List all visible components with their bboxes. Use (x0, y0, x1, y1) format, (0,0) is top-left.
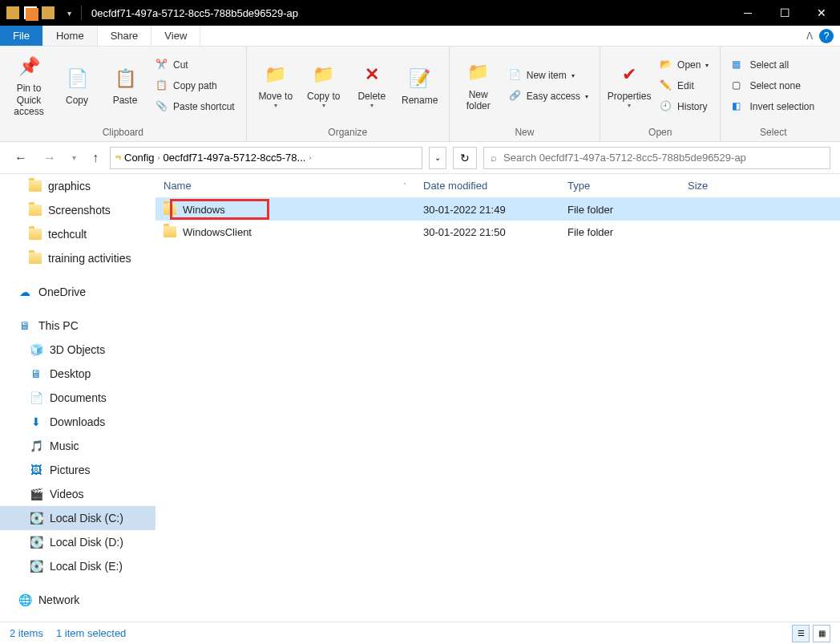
downloads-icon: ⬇ (29, 415, 43, 429)
select-all-button[interactable]: ▦Select all (727, 55, 819, 75)
videos-icon: 🎬 (29, 487, 43, 501)
history-icon: 🕘 (660, 100, 672, 113)
tree-item-desktop[interactable]: 🖥Desktop (0, 362, 155, 386)
help-icon[interactable]: ? (819, 29, 834, 43)
properties-button[interactable]: ✔ Properties▾ (607, 54, 652, 118)
paste-icon: 📋 (112, 66, 138, 91)
copyto-icon: 📁 (311, 62, 337, 87)
up-button[interactable]: ↑ (87, 148, 103, 168)
tab-home[interactable]: Home (43, 26, 98, 46)
tree-item-music[interactable]: 🎵Music (0, 434, 155, 458)
new-folder-button[interactable]: 📁 New folder (456, 54, 501, 118)
address-history-dropdown[interactable]: ⌄ (429, 147, 446, 169)
pin-quick-access-button[interactable]: 📌 Pin to Quick access (6, 54, 51, 118)
tree-item-documents[interactable]: 📄Documents (0, 386, 155, 410)
delete-icon: ✕ (359, 62, 385, 87)
tree-item-downloads[interactable]: ⬇Downloads (0, 410, 155, 434)
folder-icon (164, 226, 176, 237)
selectnone-icon: ▢ (732, 79, 745, 92)
collapse-ribbon-icon[interactable]: ᐱ (806, 30, 813, 42)
delete-button[interactable]: ✕ Delete▾ (349, 54, 394, 118)
tree-item-diske[interactable]: 💽Local Disk (E:) (0, 554, 155, 578)
tree-item-network[interactable]: 🌐Network (0, 588, 155, 612)
icons-view-button[interactable]: ▦ (813, 625, 830, 642)
main-area: graphics Screenshots techcult training a… (0, 174, 840, 622)
edit-icon: ✏️ (660, 79, 672, 92)
tree-item-training[interactable]: training activities (0, 246, 155, 270)
file-list: Name˄ Date modified Type Size Windows 30… (155, 174, 840, 622)
tree-item-thispc[interactable]: 🖥This PC (0, 314, 155, 338)
copy-icon: 📄 (64, 66, 90, 91)
titlebar: ▾ 0ecfdf71-497a-5712-8cc5-788b5de96529-a… (0, 0, 840, 26)
ribbon-group-open: ✔ Properties▾ 📂Open▾ ✏️Edit 🕘History Ope… (600, 47, 721, 141)
nav-tree[interactable]: graphics Screenshots techcult training a… (0, 174, 155, 622)
network-icon: 🌐 (18, 593, 32, 607)
paste-shortcut-button[interactable]: 📎Paste shortcut (151, 97, 240, 116)
titlebar-icon-2[interactable] (24, 6, 37, 19)
invert-selection-button[interactable]: ◧Invert selection (727, 97, 819, 116)
close-button[interactable]: ✕ (803, 0, 840, 26)
thispc-icon: 🖥 (18, 318, 32, 333)
breadcrumb-seg-current[interactable]: 0ecfdf71-497a-5712-8cc5-78...› (164, 152, 312, 164)
column-type[interactable]: Type (559, 174, 680, 197)
tree-item-techcult[interactable]: techcult (0, 222, 155, 246)
cut-button[interactable]: ✂️Cut (151, 55, 240, 75)
column-size[interactable]: Size (680, 174, 760, 197)
folder-icon (29, 253, 42, 264)
tab-share[interactable]: Share (98, 26, 152, 46)
status-items: 2 items (10, 627, 43, 639)
onedrive-icon: ☁ (18, 285, 32, 299)
qat-dropdown[interactable]: ▾ (61, 9, 78, 18)
column-date[interactable]: Date modified (415, 174, 559, 197)
breadcrumb-seg-config[interactable]: Config› (124, 152, 160, 164)
rename-button[interactable]: 📝 Rename (398, 54, 442, 118)
breadcrumb[interactable]: › Config› 0ecfdf71-497a-5712-8cc5-78...› (110, 147, 422, 169)
back-button[interactable]: ← (10, 148, 32, 168)
select-none-button[interactable]: ▢Select none (727, 76, 819, 95)
edit-button[interactable]: ✏️Edit (655, 76, 713, 95)
music-icon: 🎵 (29, 439, 43, 453)
file-row-windows[interactable]: Windows 30-01-2022 21:49 File folder (155, 198, 840, 221)
file-row-windowsclient[interactable]: WindowsClient 30-01-2022 21:50 File fold… (155, 221, 840, 243)
open-button[interactable]: 📂Open▾ (655, 55, 713, 75)
titlebar-icons (0, 6, 61, 19)
history-button[interactable]: 🕘History (655, 97, 713, 116)
folder-icon (29, 180, 42, 192)
recent-dropdown[interactable]: ▾ (67, 150, 81, 165)
titlebar-icon-3[interactable] (42, 6, 55, 19)
tree-item-onedrive[interactable]: ☁OneDrive (0, 280, 155, 304)
tree-item-screenshots[interactable]: Screenshots (0, 198, 155, 222)
refresh-button[interactable]: ↻ (453, 147, 477, 169)
tree-item-graphics[interactable]: graphics (0, 174, 155, 198)
copy-button[interactable]: 📄 Copy (55, 54, 99, 118)
copy-to-button[interactable]: 📁 Copy to▾ (301, 54, 346, 118)
search-icon: ⌕ (491, 152, 497, 164)
minimize-button[interactable]: ─ (729, 0, 766, 26)
search-input[interactable]: ⌕ Search 0ecfdf71-497a-5712-8cc5-788b5de… (483, 147, 830, 169)
forward-button[interactable]: → (38, 148, 61, 168)
properties-icon: ✔ (616, 62, 642, 87)
move-to-button[interactable]: 📁 Move to▾ (253, 54, 298, 118)
easyaccess-icon: 🔗 (509, 90, 522, 103)
view-switcher: ☰ ▦ (792, 625, 830, 642)
folder-icon (164, 204, 176, 215)
tree-item-pictures[interactable]: 🖼Pictures (0, 458, 155, 482)
new-item-button[interactable]: 📄New item▾ (504, 66, 593, 85)
details-view-button[interactable]: ☰ (792, 625, 810, 642)
tree-item-diskc[interactable]: 💽Local Disk (C:) (0, 506, 155, 530)
tree-item-videos[interactable]: 🎬Videos (0, 482, 155, 506)
open-icon: 📂 (660, 59, 672, 71)
column-name[interactable]: Name˄ (155, 174, 415, 197)
paste-button[interactable]: 📋 Paste (103, 54, 147, 118)
sort-asc-icon: ˄ (403, 182, 406, 189)
maximize-button[interactable]: ☐ (766, 0, 803, 26)
tab-view[interactable]: View (151, 26, 200, 46)
tree-item-diskd[interactable]: 💽Local Disk (D:) (0, 530, 155, 554)
scissors-icon: ✂️ (155, 59, 168, 71)
tree-item-3dobjects[interactable]: 🧊3D Objects (0, 338, 155, 362)
ribbon-tabs: File Home Share View ᐱ ? (0, 26, 840, 47)
copy-path-button[interactable]: 📋Copy path (151, 76, 240, 95)
tab-file[interactable]: File (0, 26, 43, 46)
status-bar: 2 items 1 item selected ☰ ▦ (0, 622, 840, 644)
easy-access-button[interactable]: 🔗Easy access▾ (504, 87, 593, 106)
